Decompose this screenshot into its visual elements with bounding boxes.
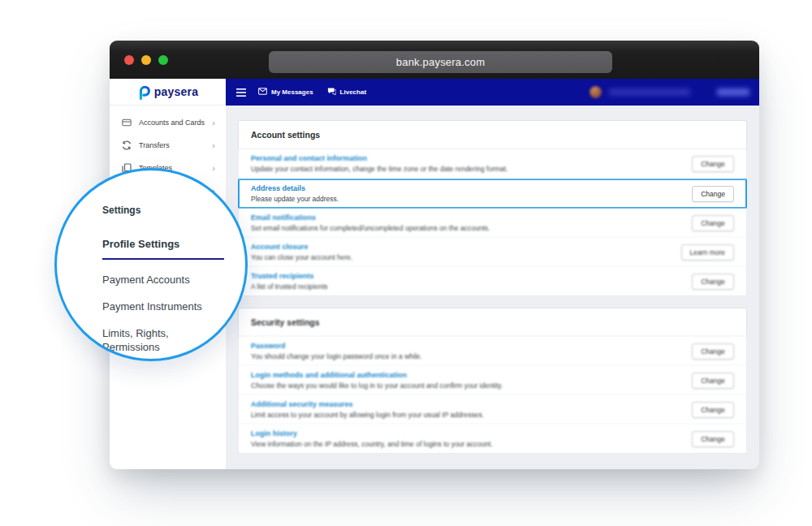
chevron-right-icon: › xyxy=(212,164,215,173)
navbar-item[interactable]: My Messages xyxy=(258,87,313,97)
account-settings-card: Account settings Personal and contact in… xyxy=(238,120,747,296)
sidebar-item-label: Accounts and Cards xyxy=(139,119,205,127)
settings-row: Login history View information on the IP… xyxy=(239,425,746,453)
blurred-username[interactable] xyxy=(609,88,690,96)
settings-row: Additional security measures Limit acces… xyxy=(239,395,746,425)
change-button[interactable]: Change xyxy=(692,402,734,418)
settings-row-link[interactable]: Account closure xyxy=(251,243,672,251)
navbar-item-label: My Messages xyxy=(271,88,313,96)
change-button[interactable]: Change xyxy=(692,215,734,231)
settings-menu-item[interactable]: Payment Instruments xyxy=(102,300,209,313)
zoom-window-button[interactable] xyxy=(158,55,168,65)
change-button[interactable]: Change xyxy=(692,156,734,172)
security-settings-rows: Password You should change your login pa… xyxy=(239,337,746,453)
chevron-right-icon: › xyxy=(212,119,215,127)
settings-menu-item[interactable]: Payment Accounts xyxy=(102,273,209,287)
hamburger-icon[interactable] xyxy=(236,88,246,97)
magnifier-circle: Settings Profile Settings Payment Accoun… xyxy=(54,168,248,361)
settings-row: Password You should change your login pa… xyxy=(239,337,746,366)
navbar-item-label: Livechat xyxy=(340,88,366,96)
main-area: My Messages Livechat Account sett xyxy=(226,79,759,469)
settings-row-link[interactable]: Login methods and additional authenticat… xyxy=(251,371,682,379)
chevron-right-icon: › xyxy=(212,141,215,150)
settings-row-description: Set email notifications for completed/un… xyxy=(251,224,682,232)
logout-button[interactable] xyxy=(717,88,749,96)
card-icon xyxy=(122,118,132,127)
settings-row-description: View information on the IP address, coun… xyxy=(251,440,682,448)
navbar-menu: My Messages Livechat xyxy=(258,87,366,97)
change-button[interactable]: Change xyxy=(692,431,734,447)
address-bar[interactable]: bank.paysera.com xyxy=(269,51,612,73)
window-controls xyxy=(124,55,168,65)
settings-row-link[interactable]: Address details xyxy=(251,184,682,192)
settings-section-title: Settings xyxy=(102,205,245,216)
settings-row-description: Choose the ways you would like to log in… xyxy=(251,382,682,390)
settings-row-description: Please update your address. xyxy=(251,195,682,203)
change-button[interactable]: Change xyxy=(692,373,734,389)
settings-row-description: A list of trusted recipients xyxy=(251,282,682,291)
envelope-icon xyxy=(258,87,267,97)
settings-row: Email notifications Set email notificati… xyxy=(239,209,746,238)
paysera-logo[interactable]: paysera xyxy=(110,79,226,106)
close-window-button[interactable] xyxy=(124,55,134,65)
settings-row-description: Update your contact information, change … xyxy=(251,165,682,173)
settings-row-description: You should change your login password on… xyxy=(251,352,682,360)
change-button[interactable]: Change xyxy=(692,343,734,360)
settings-row-link[interactable]: Password xyxy=(251,342,682,350)
url-text: bank.paysera.com xyxy=(396,56,485,68)
sidebar-item[interactable]: Transfers › xyxy=(110,134,226,157)
settings-content: Account settings Personal and contact in… xyxy=(226,106,759,454)
change-button[interactable]: Change xyxy=(692,186,734,202)
navbar-item[interactable]: Livechat xyxy=(327,87,366,97)
sidebar-item-label: Transfers xyxy=(139,141,170,149)
settings-row: Personal and contact information Update … xyxy=(239,149,746,179)
settings-row-description: Limit access to your account by allowing… xyxy=(251,411,682,419)
settings-menu-item[interactable]: Limits, Rights, Permissions xyxy=(102,326,209,354)
menu-item-profile-settings[interactable]: Profile Settings xyxy=(102,238,224,260)
paysera-wordmark: paysera xyxy=(154,85,198,98)
browser-titlebar: bank.paysera.com xyxy=(110,41,759,79)
chat-icon xyxy=(327,87,336,97)
settings-row-link[interactable]: Login history xyxy=(251,429,682,438)
paysera-p-icon xyxy=(137,84,150,100)
avatar[interactable] xyxy=(590,86,602,98)
minimize-window-button[interactable] xyxy=(141,55,151,65)
settings-row-description: You can close your account here. xyxy=(251,253,672,261)
settings-row-link[interactable]: Trusted recipients xyxy=(251,272,682,280)
top-navbar: My Messages Livechat xyxy=(226,79,759,106)
settings-row-link[interactable]: Additional security measures xyxy=(251,400,682,408)
sidebar-item[interactable]: Accounts and Cards › xyxy=(110,111,226,134)
settings-row: Account closure You can close your accou… xyxy=(239,238,746,267)
security-settings-card: Security settings Password You should ch… xyxy=(238,308,747,454)
account-settings-rows: Personal and contact information Update … xyxy=(239,149,746,295)
security-settings-title: Security settings xyxy=(239,308,746,337)
settings-row: Trusted recipients A list of trusted rec… xyxy=(239,267,746,295)
settings-row-link[interactable]: Personal and contact information xyxy=(251,154,682,162)
settings-row-link[interactable]: Email notifications xyxy=(251,213,682,222)
transfer-icon xyxy=(122,140,132,150)
change-button[interactable]: Change xyxy=(692,274,734,290)
navbar-user-area xyxy=(590,86,749,98)
page: bank.paysera.com paysera xyxy=(0,0,812,526)
change-button[interactable]: Learn more xyxy=(681,244,734,261)
account-settings-title: Account settings xyxy=(239,121,746,149)
settings-row: Address details Please update your addre… xyxy=(238,179,747,209)
settings-row: Login methods and additional authenticat… xyxy=(239,366,746,395)
